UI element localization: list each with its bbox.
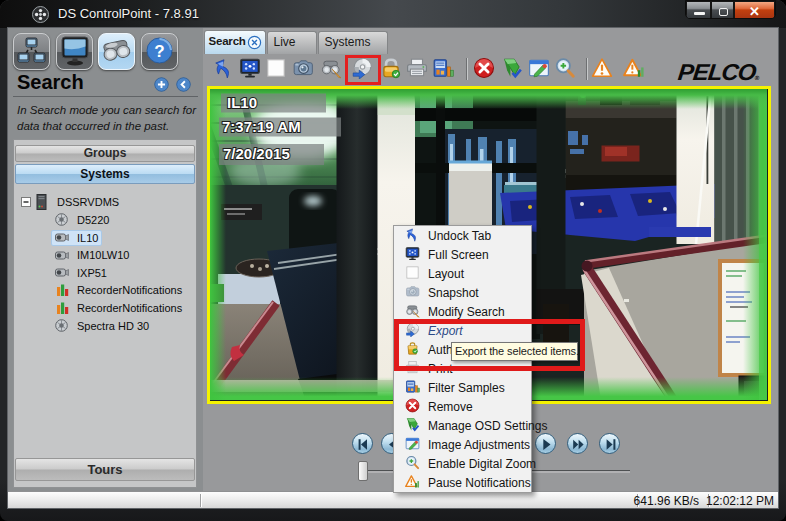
svg-text:IL10: IL10: [227, 94, 257, 111]
svg-text:7:37:19 AM: 7:37:19 AM: [222, 118, 301, 135]
svg-text:7/20/2015: 7/20/2015: [223, 145, 290, 162]
svg-text:?: ?: [154, 42, 164, 61]
